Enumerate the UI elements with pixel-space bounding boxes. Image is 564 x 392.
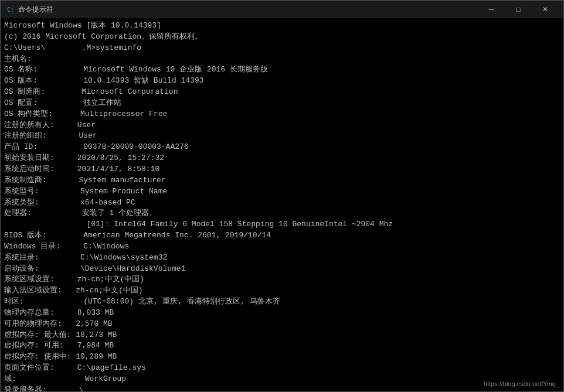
titlebar: C: 命令提示符 ─ □ ✕ xyxy=(1,1,563,18)
console-line: 输入法区域设置: zh-cn;中文(中国) xyxy=(4,285,560,296)
titlebar-left: C: 命令提示符 xyxy=(5,5,53,15)
console-line: OS 版本: 10.0.14393 暂缺 Build 14393 xyxy=(4,76,560,87)
console-line: 启动设备: \Device\HarddiskVolume1 xyxy=(4,264,560,275)
console-line: 时区: (UTC+08:00) 北京, 重庆, 香港特别行政区, 乌鲁木齐 xyxy=(4,296,560,308)
console-line: 处理器: 安装了 1 个处理器。 xyxy=(4,208,560,219)
titlebar-title: 命令提示符 xyxy=(18,5,53,15)
console-line: OS 配置: 独立工作站 xyxy=(4,98,560,109)
console-line: [01]: Intel64 Family 6 Model 158 Steppin… xyxy=(4,219,560,230)
console-line: 系统型号: System Product Name xyxy=(4,186,560,197)
console-line: OS 制造商: Microsoft Corporation xyxy=(4,87,560,98)
console-line: 虚拟内存: 可用: 7,984 MB xyxy=(4,340,560,352)
svg-text:C:: C: xyxy=(7,6,14,13)
console-line: BIOS 版本: American Megatrends Inc. 2601, … xyxy=(4,230,560,241)
console-line: C:\Users\ .M>systeminfo xyxy=(4,43,560,54)
console-line: 系统目录: C:\Windows\system32 xyxy=(4,253,560,264)
console-line: 可用的物理内存: 2,570 MB xyxy=(4,319,560,330)
maximize-button[interactable]: □ xyxy=(505,1,532,18)
console-line: 系统区域设置: zh-cn;中文(中国) xyxy=(4,274,560,285)
cmd-icon: C: xyxy=(5,5,15,14)
titlebar-controls: ─ □ ✕ xyxy=(478,1,559,18)
close-button[interactable]: ✕ xyxy=(532,1,559,18)
console-line: 登录服务器: \ xyxy=(4,385,560,391)
cmd-window: C: 命令提示符 ─ □ ✕ Microsoft Windows [版本 10.… xyxy=(0,0,564,392)
console-line: 初始安装日期: 2020/8/25, 15:27:32 xyxy=(4,153,560,164)
console-line: 域: WorkGroup xyxy=(4,374,560,385)
console-line: 系统启动时间: 2021/4/17, 8:58:10 xyxy=(4,164,560,175)
console-line: 物理内存总量: 8,033 MB xyxy=(4,308,560,319)
console-line: 主机名: xyxy=(4,54,560,65)
console-line: Windows 目录: C:\Windows xyxy=(4,241,560,253)
console-line: OS 名称: Microsoft Windows 10 企业版 2016 长期服… xyxy=(4,64,560,76)
watermark: https://blog.csdn.net/Ying_ xyxy=(484,380,559,387)
console-line: 页面文件位置: C:\pagefile.sys xyxy=(4,363,560,374)
console-line: 系统制造商: System manufacturer xyxy=(4,175,560,186)
minimize-button[interactable]: ─ xyxy=(478,1,505,18)
console-line: 虚拟内存: 最大值: 18,273 MB xyxy=(4,330,560,341)
console-line: 注册的组织: User xyxy=(4,131,560,142)
console-line: OS 构件类型: Multiprocessor Free xyxy=(4,109,560,120)
console-line: 注册的所有人: User xyxy=(4,120,560,131)
console-line: 产品 ID: 00378-20000-00003-AA276 xyxy=(4,142,560,153)
console-line: 虚拟内存: 使用中: 10,289 MB xyxy=(4,352,560,363)
console-line: Microsoft Windows [版本 10.0.14393] xyxy=(4,21,560,32)
console-line: 系统类型: x64-based PC xyxy=(4,197,560,209)
console-output: Microsoft Windows [版本 10.0.14393](c) 201… xyxy=(1,18,563,391)
console-line: (c) 2016 Microsoft Corporation。保留所有权利。 xyxy=(4,32,560,43)
